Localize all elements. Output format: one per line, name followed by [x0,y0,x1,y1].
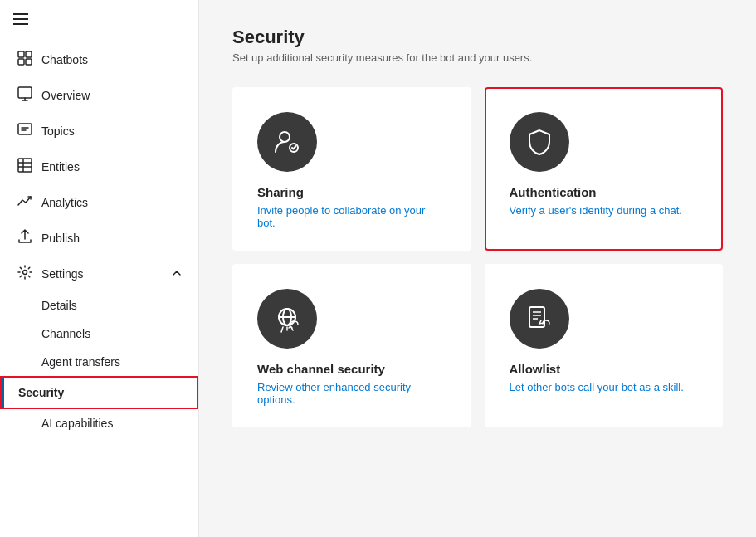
analytics-icon [17,193,33,211]
svg-rect-2 [13,23,28,25]
sidebar-sub-label: Channels [41,327,90,340]
settings-chevron-icon [172,267,182,281]
web-channel-security-card-description: Review other enhanced security options. [257,381,446,406]
sharing-card-icon-circle [257,112,317,172]
svg-rect-8 [18,124,32,134]
svg-rect-7 [18,87,32,98]
sidebar-item-chatbots[interactable]: Chatbots [3,42,195,76]
overview-icon [17,86,33,104]
svg-rect-5 [18,59,24,65]
sidebar-item-settings[interactable]: Settings [3,256,195,290]
sidebar-item-topics[interactable]: Topics [3,114,195,148]
sidebar-item-label: Entities [41,160,80,173]
svg-point-14 [280,132,290,142]
sidebar-item-label: Chatbots [41,53,88,66]
sharing-card[interactable]: Sharing Invite people to collaborate on … [232,87,471,251]
web-channel-security-card-icon-circle [257,289,317,349]
svg-rect-6 [26,59,32,65]
sharing-card-title: Sharing [257,185,446,199]
sidebar-sub-label: Agent transfers [41,355,120,369]
authentication-card-description: Verify a user's identity during a chat. [510,204,699,217]
sidebar-item-details[interactable]: Details [3,292,195,319]
sidebar-item-ai-capabilities[interactable]: AI capabilities [3,410,195,437]
sidebar: Chatbots Overview Topics [0,0,199,537]
allowlist-card-description: Let other bots call your bot as a skill. [510,381,699,393]
settings-icon [17,265,33,282]
topics-icon [17,122,33,139]
sidebar-item-entities[interactable]: Entities [3,149,195,183]
allowlist-card-icon-circle [510,289,569,349]
sidebar-item-channels[interactable]: Channels [3,320,195,347]
entities-icon [17,158,33,175]
web-channel-security-card[interactable]: Web channel security Review other enhanc… [232,264,471,427]
sidebar-item-analytics[interactable]: Analytics [3,185,195,219]
sidebar-item-label: Publish [41,232,80,245]
svg-rect-19 [529,307,544,327]
authentication-card-title: Authentication [510,185,699,199]
sidebar-item-label: Analytics [41,196,88,209]
sidebar-sub-label: Security [15,386,64,399]
sidebar-item-overview[interactable]: Overview [3,78,195,112]
sidebar-item-label: Settings [41,267,84,281]
svg-rect-3 [18,51,24,57]
svg-rect-4 [26,51,32,57]
publish-icon [17,229,33,247]
sidebar-item-publish[interactable]: Publish [3,221,195,255]
authentication-card-icon-circle [510,112,569,172]
sidebar-item-label: Topics [41,124,75,138]
svg-rect-9 [18,159,32,172]
sidebar-item-agent-transfers[interactable]: Agent transfers [3,349,195,375]
main-content: Security Set up additional security meas… [199,0,756,537]
authentication-card[interactable]: Authentication Verify a user's identity … [485,87,724,251]
security-cards-grid: Sharing Invite people to collaborate on … [232,87,723,427]
svg-rect-1 [13,18,28,20]
page-subtitle: Set up additional security measures for … [232,51,723,64]
allowlist-card[interactable]: Allowlist Let other bots call your bot a… [485,264,724,427]
sidebar-sub-label: AI capabilities [41,417,113,430]
hamburger-menu[interactable] [0,0,198,41]
svg-point-13 [23,271,27,275]
sidebar-item-security[interactable]: Security [0,376,198,409]
sidebar-item-label: Overview [41,89,90,102]
sharing-card-description: Invite people to collaborate on your bot… [257,204,446,229]
web-channel-security-card-title: Web channel security [257,362,446,376]
page-title: Security [232,27,723,48]
allowlist-card-title: Allowlist [510,362,699,376]
chatbots-icon [17,51,33,68]
sidebar-sub-label: Details [41,299,77,312]
svg-rect-0 [13,13,28,15]
